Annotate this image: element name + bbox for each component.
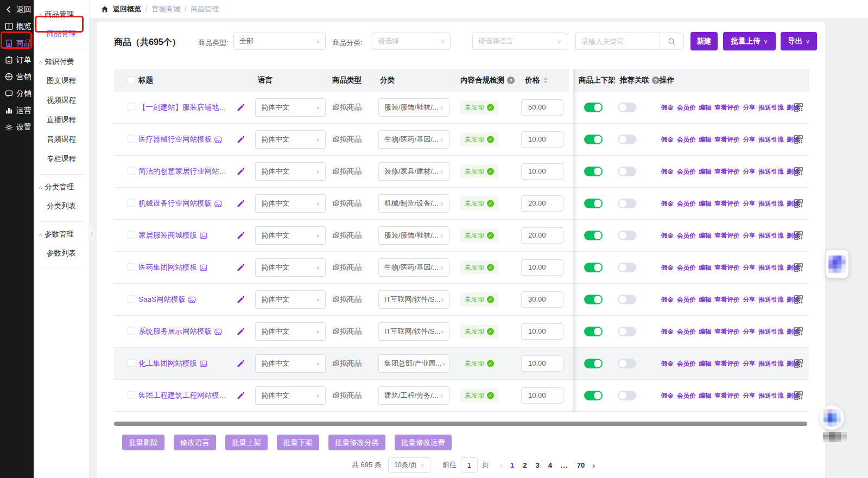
left-nav-item-products[interactable]: 商品 <box>0 35 34 52</box>
price-input[interactable]: 10.00 <box>521 323 563 340</box>
breadcrumb-link-products[interactable]: 商品管理 <box>191 4 219 14</box>
action-查看评价[interactable]: 查看评价 <box>715 264 740 272</box>
pencil-icon[interactable] <box>236 231 245 240</box>
language-select[interactable]: 简体中文 ∨ <box>255 258 326 277</box>
qrcode-icon[interactable] <box>794 231 803 240</box>
action-分享[interactable]: 分享 <box>743 136 756 144</box>
sidebar-group-title[interactable]: ∧ 参数管理 <box>34 225 89 244</box>
left-nav-item-settings[interactable]: 设置 <box>0 119 34 136</box>
action-佣金[interactable]: 佣金 <box>661 328 674 336</box>
batch-button-批量删除[interactable]: 批量删除 <box>122 435 164 450</box>
action-查看评价[interactable]: 查看评价 <box>715 392 740 400</box>
action-佣金[interactable]: 佣金 <box>661 168 674 176</box>
action-分享[interactable]: 分享 <box>743 296 756 304</box>
action-推送引流[interactable]: 推送引流 <box>759 328 784 336</box>
page-number-3[interactable]: 3 <box>535 461 539 469</box>
page-number-1[interactable]: 1 <box>510 461 514 469</box>
action-推送引流[interactable]: 推送引流 <box>759 360 784 368</box>
next-page-icon[interactable]: › <box>592 461 595 470</box>
row-checkbox[interactable] <box>128 359 135 368</box>
left-nav-item-operations[interactable]: 运营 <box>0 102 34 119</box>
action-查看评价[interactable]: 查看评价 <box>715 104 740 112</box>
recommend-toggle[interactable] <box>618 103 636 112</box>
recommend-toggle[interactable] <box>618 167 636 176</box>
action-推送引流[interactable]: 推送引流 <box>759 104 784 112</box>
action-编辑[interactable]: 编辑 <box>699 360 712 368</box>
shelf-toggle[interactable] <box>584 327 603 336</box>
row-checkbox[interactable] <box>128 327 135 336</box>
action-编辑[interactable]: 编辑 <box>699 136 712 144</box>
row-checkbox[interactable] <box>128 295 135 304</box>
action-会员价[interactable]: 会员价 <box>677 392 696 400</box>
language-select[interactable]: 简体中文 ∨ <box>255 354 326 373</box>
category-select[interactable]: IT互联网/软件/S... ∨ <box>378 290 449 309</box>
left-nav-item-distribution[interactable]: 分销 <box>0 85 34 102</box>
product-title-link[interactable]: SaaS网站模版 <box>138 295 239 304</box>
action-会员价[interactable]: 会员价 <box>677 296 696 304</box>
new-button[interactable]: 新建 <box>690 32 718 50</box>
language-select[interactable]: 简体中文 ∨ <box>255 226 326 245</box>
product-title-link[interactable]: 集团工程建筑工程网站模版... <box>138 391 239 400</box>
category-select[interactable]: 装修/家具/建材/... ∨ <box>378 162 449 181</box>
action-分享[interactable]: 分享 <box>743 264 756 272</box>
pencil-icon[interactable] <box>236 359 245 368</box>
sidebar-group-title[interactable]: ∧ 商品管理 <box>34 5 89 24</box>
product-title-link[interactable]: 家居服装商城模版 <box>138 231 239 240</box>
recommend-toggle[interactable] <box>618 391 636 400</box>
action-佣金[interactable]: 佣金 <box>661 136 674 144</box>
shelf-toggle[interactable] <box>584 391 603 400</box>
recommend-toggle[interactable] <box>618 263 636 272</box>
action-分享[interactable]: 分享 <box>743 328 756 336</box>
product-title-link[interactable]: 机械设备行业网站模版 <box>138 199 239 208</box>
product-title-link[interactable]: 化工集团网站模版 <box>138 359 239 368</box>
product-title-link[interactable]: 【一刻建站】服装店铺地图门... <box>138 103 239 112</box>
action-推送引流[interactable]: 推送引流 <box>759 136 784 144</box>
action-佣金[interactable]: 佣金 <box>661 264 674 272</box>
action-分享[interactable]: 分享 <box>743 168 756 176</box>
sort-icon[interactable] <box>543 77 548 84</box>
action-查看评价[interactable]: 查看评价 <box>715 168 740 176</box>
pencil-icon[interactable] <box>236 167 245 176</box>
language-select[interactable]: 简体中文 ∨ <box>255 322 326 341</box>
goto-page-input[interactable] <box>461 457 478 473</box>
pencil-icon[interactable] <box>236 199 245 208</box>
action-佣金[interactable]: 佣金 <box>661 296 674 304</box>
action-推送引流[interactable]: 推送引流 <box>759 296 784 304</box>
breadcrumb-root[interactable]: 返回概览 <box>113 4 141 14</box>
action-佣金[interactable]: 佣金 <box>661 360 674 368</box>
blurred-floating-widget[interactable] <box>826 250 848 278</box>
recommend-toggle[interactable] <box>618 135 636 144</box>
action-分享[interactable]: 分享 <box>743 360 756 368</box>
language-select[interactable]: 简体中文 ∨ <box>255 194 326 213</box>
action-会员价[interactable]: 会员价 <box>677 168 696 176</box>
action-佣金[interactable]: 佣金 <box>661 232 674 240</box>
category-select[interactable]: 服装/服饰/鞋袜/... ∨ <box>378 226 449 245</box>
row-checkbox[interactable] <box>128 263 135 272</box>
action-推送引流[interactable]: 推送引流 <box>759 168 784 176</box>
action-查看评价[interactable]: 查看评价 <box>715 200 740 208</box>
shelf-toggle[interactable] <box>584 263 603 272</box>
breadcrumb-link-mall[interactable]: 官微商城 <box>152 4 180 14</box>
price-input[interactable]: 10.00 <box>521 387 563 404</box>
batch-upload-button[interactable]: 批量上传 ∨ <box>723 32 776 50</box>
row-checkbox[interactable] <box>128 391 135 400</box>
action-查看评价[interactable]: 查看评价 <box>715 328 740 336</box>
pencil-icon[interactable] <box>236 391 245 400</box>
batch-button-批量修改分类[interactable]: 批量修改分类 <box>328 435 385 450</box>
row-checkbox[interactable] <box>128 199 135 208</box>
product-title-link[interactable]: 系统服务展示网站模版 <box>138 327 239 336</box>
action-编辑[interactable]: 编辑 <box>699 200 712 208</box>
sidebar-item[interactable]: 音频课程 <box>34 130 89 149</box>
shelf-toggle[interactable] <box>584 359 603 368</box>
recommend-toggle[interactable] <box>618 199 636 208</box>
action-分享[interactable]: 分享 <box>743 200 756 208</box>
filter-language-select[interactable]: 请选择语言 ∨ <box>472 33 567 50</box>
action-佣金[interactable]: 佣金 <box>661 104 674 112</box>
action-分享[interactable]: 分享 <box>743 392 756 400</box>
action-会员价[interactable]: 会员价 <box>677 360 696 368</box>
price-input[interactable]: 10.00 <box>521 259 563 276</box>
action-查看评价[interactable]: 查看评价 <box>715 232 740 240</box>
qrcode-icon[interactable] <box>794 263 803 272</box>
select-all-checkbox[interactable] <box>128 77 135 84</box>
category-select[interactable]: 服装/服饰/鞋袜/... ∨ <box>378 98 449 117</box>
